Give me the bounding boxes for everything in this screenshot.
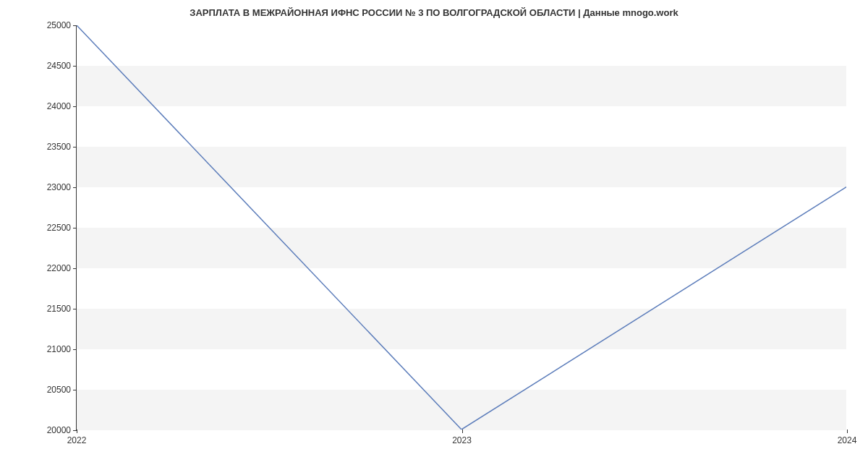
y-tick-label: 21500 <box>47 304 71 314</box>
y-tick-mark <box>73 106 77 107</box>
y-tick-mark <box>73 228 77 228</box>
y-tick-mark <box>73 147 77 148</box>
y-tick-label: 21000 <box>47 344 71 354</box>
chart-container: 2000020500210002150022000225002300023500… <box>76 25 846 430</box>
grid-band <box>77 66 846 106</box>
chart-title: ЗАРПЛАТА В МЕЖРАЙОННАЯ ИФНС РОССИИ № 3 П… <box>0 0 868 18</box>
x-tick-label: 2024 <box>838 435 857 445</box>
grid-band <box>77 147 846 187</box>
y-tick-mark <box>73 309 77 309</box>
x-tick-mark <box>77 430 77 433</box>
y-tick-mark <box>73 268 77 269</box>
y-tick-label: 23000 <box>47 182 71 192</box>
y-tick-label: 20500 <box>47 385 71 395</box>
y-tick-label: 20000 <box>47 425 71 435</box>
y-tick-mark <box>73 66 77 67</box>
grid-band <box>77 309 846 349</box>
y-tick-label: 22000 <box>47 263 71 273</box>
x-tick-label: 2023 <box>452 435 472 445</box>
x-tick-label: 2022 <box>67 435 87 445</box>
y-tick-mark <box>73 25 77 26</box>
plot-area: 2000020500210002150022000225002300023500… <box>76 25 846 430</box>
y-tick-label: 24500 <box>47 61 71 71</box>
y-tick-label: 24000 <box>47 101 71 111</box>
x-tick-mark <box>462 430 463 433</box>
y-tick-label: 25000 <box>47 20 71 30</box>
grid-band <box>77 390 846 430</box>
y-tick-mark <box>73 390 77 390</box>
x-tick-mark <box>847 430 848 433</box>
grid-band <box>77 228 846 268</box>
y-tick-mark <box>73 187 77 188</box>
y-tick-label: 23500 <box>47 142 71 152</box>
y-tick-label: 22500 <box>47 223 71 233</box>
y-tick-mark <box>73 349 77 350</box>
